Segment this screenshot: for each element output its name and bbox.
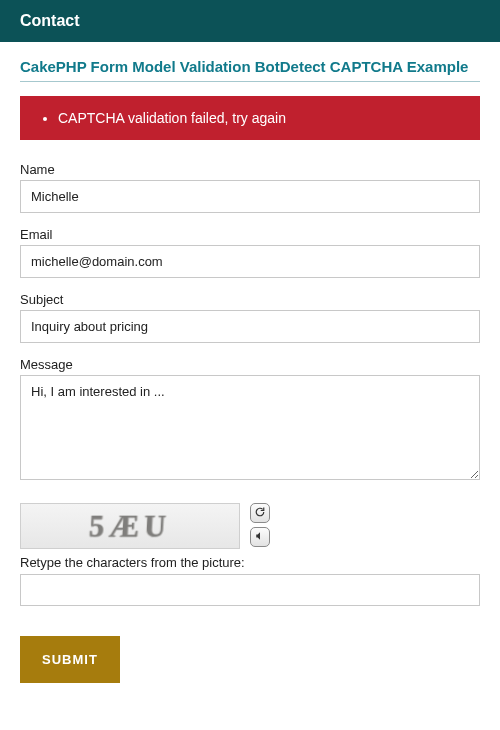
sound-icon [254, 530, 266, 545]
message-field-group: Message [20, 357, 480, 483]
captcha-row: 5ÆU [20, 503, 480, 549]
name-label: Name [20, 162, 480, 177]
email-field-group: Email [20, 227, 480, 278]
app-header: Contact [0, 0, 500, 42]
captcha-retype-label: Retype the characters from the picture: [20, 555, 480, 570]
subject-field-group: Subject [20, 292, 480, 343]
message-input[interactable] [20, 375, 480, 480]
captcha-sound-button[interactable] [250, 527, 270, 547]
name-input[interactable] [20, 180, 480, 213]
page-title: CakePHP Form Model Validation BotDetect … [20, 58, 480, 82]
subject-label: Subject [20, 292, 480, 307]
email-label: Email [20, 227, 480, 242]
error-item: CAPTCHA validation failed, try again [58, 110, 462, 126]
message-label: Message [20, 357, 480, 372]
captcha-display-text: 5ÆU [88, 509, 171, 544]
name-field-group: Name [20, 162, 480, 213]
captcha-image: 5ÆU [20, 503, 240, 549]
captcha-input[interactable] [20, 574, 480, 606]
error-list: CAPTCHA validation failed, try again [40, 110, 462, 126]
main-container: CakePHP Form Model Validation BotDetect … [0, 42, 500, 703]
email-input[interactable] [20, 245, 480, 278]
captcha-buttons [250, 503, 270, 547]
subject-input[interactable] [20, 310, 480, 343]
reload-icon [254, 506, 266, 521]
captcha-reload-button[interactable] [250, 503, 270, 523]
header-title: Contact [20, 12, 80, 29]
error-box: CAPTCHA validation failed, try again [20, 96, 480, 140]
submit-button[interactable]: SUBMIT [20, 636, 120, 683]
